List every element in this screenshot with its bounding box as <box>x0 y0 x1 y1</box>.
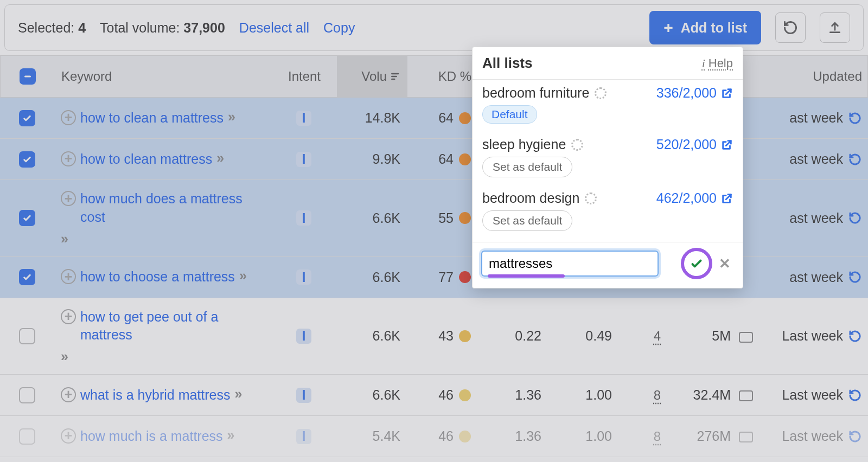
keyword-cell[interactable]: +how to choose a mattress » <box>54 268 271 286</box>
list-item[interactable]: bedroom design462/2,000Set as default <box>473 185 743 239</box>
expand-icon[interactable]: + <box>61 269 76 284</box>
com-cell: 1.00 <box>548 387 618 403</box>
refresh-icon[interactable] <box>848 112 861 125</box>
kd-difficulty-dot <box>459 431 471 442</box>
expand-icon[interactable]: + <box>61 309 76 324</box>
export-button[interactable] <box>820 12 850 43</box>
deselect-all-link[interactable]: Deselect all <box>239 20 309 36</box>
keyword-cell[interactable]: +how much is a mattress » <box>54 427 271 446</box>
keyword-cell[interactable]: +how much does a mattress cost » <box>54 190 271 247</box>
intent-badge: I <box>296 388 311 403</box>
serp-snapshot-icon[interactable] <box>739 390 753 401</box>
updated-cell: ast week <box>760 210 868 226</box>
table-row: +how much is a mattress »I5.4K461.361.00… <box>0 416 868 457</box>
intent-badge: I <box>296 210 311 226</box>
intent-badge: I <box>296 429 311 444</box>
updated-cell: Last week <box>760 428 868 444</box>
chevron-right-icon: » <box>228 109 234 125</box>
row-checkbox[interactable] <box>19 328 35 344</box>
column-updated[interactable]: Updated <box>760 69 868 84</box>
column-keyword[interactable]: Keyword <box>55 69 272 84</box>
keyword-cell[interactable]: +how to clean a mattress » <box>54 109 271 127</box>
row-checkbox[interactable] <box>19 387 35 403</box>
kd-difficulty-dot <box>459 112 471 124</box>
chevron-right-icon: » <box>61 231 67 247</box>
row-checkbox[interactable] <box>19 269 35 285</box>
expand-icon[interactable]: + <box>61 151 76 166</box>
chevron-right-icon: » <box>61 349 67 364</box>
external-link-icon <box>721 139 733 151</box>
column-volume[interactable]: Volu <box>337 56 407 97</box>
kd-cell: 64 <box>407 110 477 126</box>
sort-desc-icon <box>390 71 401 82</box>
input-highlight <box>488 274 565 278</box>
confirm-create-list-button[interactable] <box>681 248 712 279</box>
refresh-button[interactable] <box>775 12 806 43</box>
check-icon <box>690 256 704 271</box>
kd-difficulty-dot <box>459 153 471 165</box>
serp-snapshot-icon[interactable] <box>739 432 753 442</box>
kd-cell: 77 <box>407 270 477 285</box>
help-link[interactable]: i Help <box>702 56 733 70</box>
close-icon: ✕ <box>719 255 731 272</box>
expand-icon[interactable]: + <box>61 387 76 402</box>
keyword-link: how to clean a mattress <box>80 109 224 127</box>
new-list-name-input[interactable] <box>481 251 659 277</box>
volume-cell: 6.6K <box>336 210 407 226</box>
sf-count[interactable]: 8 <box>654 429 661 444</box>
external-link-icon <box>721 87 733 99</box>
list-name: sleep hygiene <box>482 137 583 152</box>
list-count-link[interactable]: 336/2,000 <box>656 85 733 101</box>
refresh-icon[interactable] <box>848 271 861 284</box>
serp-snapshot-icon[interactable] <box>739 332 753 343</box>
list-name: bedroom furniture <box>482 85 607 101</box>
kd-cell: 64 <box>407 151 477 167</box>
row-checkbox[interactable] <box>19 110 35 126</box>
refresh-icon[interactable] <box>848 211 861 224</box>
sf-count[interactable]: 4 <box>654 329 661 343</box>
popover-title: All lists <box>482 55 532 72</box>
keyword-cell[interactable]: +what is a hybrid mattress » <box>54 386 271 405</box>
refresh-icon[interactable] <box>848 330 861 343</box>
copy-link[interactable]: Copy <box>323 20 355 36</box>
add-to-list-button[interactable]: + Add to list <box>649 11 761 44</box>
cpc-cell: 1.36 <box>477 428 548 444</box>
select-all-checkbox[interactable] <box>20 68 36 85</box>
table-row: +what is a hybrid mattress »I6.6K461.361… <box>0 375 868 416</box>
list-item[interactable]: sleep hygiene520/2,000Set as default <box>473 131 743 185</box>
keyword-cell[interactable]: +how to get pee out of a mattress » <box>54 308 271 365</box>
row-checkbox[interactable] <box>19 210 35 226</box>
set-default-button[interactable]: Set as default <box>482 210 572 231</box>
expand-icon[interactable]: + <box>61 191 76 206</box>
list-name: bedroom design <box>482 190 597 206</box>
kd-cell: 46 <box>407 428 477 444</box>
column-kd[interactable]: KD % <box>407 69 478 84</box>
updated-cell: ast week <box>760 270 868 285</box>
list-item[interactable]: bedroom furniture336/2,000Default <box>473 80 743 131</box>
cancel-create-list-button[interactable]: ✕ <box>716 255 734 272</box>
volume-cell: 6.6K <box>336 387 407 403</box>
volume-cell: 5.4K <box>336 428 407 444</box>
com-cell: 1.00 <box>548 428 618 444</box>
row-checkbox[interactable] <box>19 428 35 445</box>
refresh-icon[interactable] <box>848 430 861 443</box>
keyword-link: how much does a mattress cost <box>80 190 259 227</box>
cpc-cell: 1.36 <box>477 387 548 403</box>
keyword-cell[interactable]: +how to clean mattress » <box>54 150 271 169</box>
set-default-button[interactable]: Set as default <box>482 157 572 177</box>
list-count-link[interactable]: 520/2,000 <box>656 137 733 152</box>
external-link-icon <box>721 193 733 204</box>
refresh-icon[interactable] <box>848 153 861 166</box>
add-to-list-popover: All lists i Help bedroom furniture336/2,… <box>472 47 743 288</box>
sf-count[interactable]: 8 <box>654 388 661 402</box>
chevron-right-icon: » <box>239 268 246 284</box>
refresh-icon[interactable] <box>848 389 861 402</box>
intent-badge: I <box>296 329 311 344</box>
updated-cell: ast week <box>760 110 868 126</box>
expand-icon[interactable]: + <box>61 428 76 444</box>
row-checkbox[interactable] <box>19 151 35 168</box>
column-intent[interactable]: Intent <box>272 69 337 84</box>
list-count-link[interactable]: 462/2,000 <box>656 190 733 206</box>
expand-icon[interactable]: + <box>61 110 76 125</box>
kd-difficulty-dot <box>459 212 471 224</box>
